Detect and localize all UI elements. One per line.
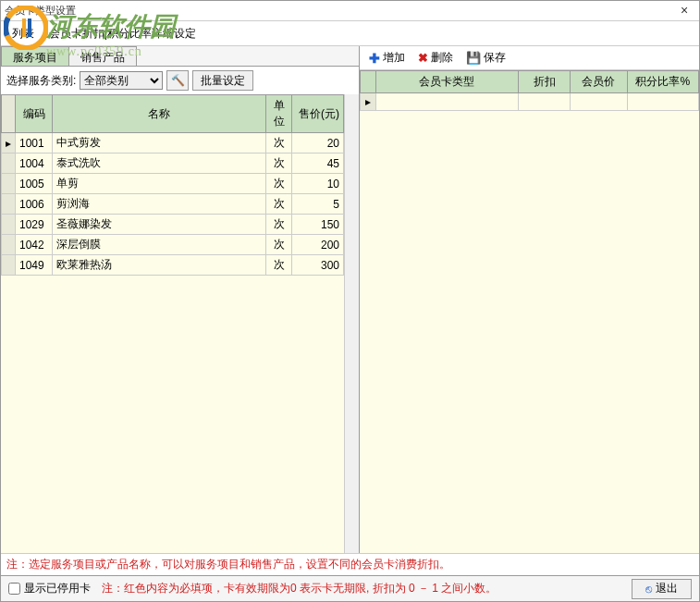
- show-disabled-checkbox-wrap[interactable]: 显示已停用卡: [8, 581, 91, 596]
- titlebar: 会员卡类型设置 ×: [1, 1, 699, 21]
- category-select[interactable]: 全部类别: [80, 71, 163, 90]
- right-panel: ✚ 增加 ✖ 删除 💾 保存: [360, 46, 699, 553]
- delete-button[interactable]: ✖ 删除: [418, 50, 453, 66]
- menubar: 列表 会员卡折扣|积分比率详细设定: [1, 21, 699, 45]
- add-button[interactable]: ✚ 增加: [369, 50, 405, 66]
- exit-button[interactable]: ⎋ 退出: [632, 579, 692, 599]
- plus-icon: ✚: [369, 51, 380, 66]
- header-code[interactable]: 编码: [16, 95, 53, 133]
- table-row[interactable]: 1005单剪次10: [2, 174, 344, 194]
- hammer-button[interactable]: 🔨: [166, 70, 189, 91]
- save-icon: 💾: [466, 51, 481, 65]
- header-unit[interactable]: 单位: [266, 95, 292, 133]
- card-table[interactable]: 会员卡类型 折扣 会员价 积分比率% ▸: [360, 70, 699, 553]
- menu-detail-setting[interactable]: 会员卡折扣|积分比率详细设定: [43, 24, 202, 43]
- header-member-price[interactable]: 会员价: [570, 71, 627, 93]
- table-row[interactable]: 1004泰式洗吹次45: [2, 154, 344, 174]
- close-button[interactable]: ×: [675, 3, 694, 18]
- header-name[interactable]: 名称: [53, 95, 266, 133]
- app-window: 会员卡类型设置 × 列表 会员卡折扣|积分比率详细设定 服务项目 销售产品 选择…: [0, 0, 700, 602]
- content-area: 服务项目 销售产品 选择服务类别: 全部类别 🔨 批量设定: [1, 45, 699, 553]
- empty-row[interactable]: ▸: [361, 93, 699, 111]
- table-row[interactable]: ▸1001中式剪发次20: [2, 133, 344, 154]
- header-price[interactable]: 售价(元): [292, 95, 344, 133]
- row-marker-header-r: [361, 71, 376, 93]
- tab-product[interactable]: 销售产品: [68, 46, 137, 66]
- show-disabled-checkbox[interactable]: [8, 583, 20, 595]
- table-row[interactable]: 1029圣薇娜染发次150: [2, 215, 344, 235]
- filter-row: 选择服务类别: 全部类别 🔨 批量设定: [1, 67, 359, 94]
- header-card-type[interactable]: 会员卡类型: [375, 71, 519, 93]
- save-button[interactable]: 💾 保存: [466, 50, 506, 66]
- footer-note-2: 注：红色内容为必填项，卡有效期限为0 表示卡无期限, 折扣为 0 － 1 之间小…: [102, 581, 620, 596]
- left-tabs: 服务项目 销售产品: [1, 46, 359, 67]
- left-panel: 服务项目 销售产品 选择服务类别: 全部类别 🔨 批量设定: [1, 46, 360, 553]
- header-point-rate[interactable]: 积分比率%: [627, 71, 698, 93]
- right-toolbar: ✚ 增加 ✖ 删除 💾 保存: [360, 46, 699, 70]
- filter-label: 选择服务类别:: [6, 73, 76, 89]
- exit-icon: ⎋: [645, 583, 652, 596]
- table-row[interactable]: 1042深层倒膜次200: [2, 235, 344, 255]
- header-discount[interactable]: 折扣: [519, 71, 570, 93]
- x-icon: ✖: [418, 51, 428, 65]
- footer-note-1: 注：选定服务项目或产品名称，可以对服务项目和销售产品，设置不同的会员卡消费折扣。: [1, 553, 699, 575]
- left-scrollbar[interactable]: [344, 94, 359, 553]
- row-marker-header: [2, 95, 16, 133]
- table-row[interactable]: 1006剪浏海次5: [2, 194, 344, 215]
- service-table[interactable]: 编码 名称 单位 售价(元) ▸1001中式剪发次201004泰式洗吹次4510…: [1, 94, 344, 553]
- batch-set-button[interactable]: 批量设定: [192, 70, 253, 91]
- table-row[interactable]: 1049欧莱雅热汤次300: [2, 255, 344, 276]
- tab-service[interactable]: 服务项目: [1, 46, 69, 66]
- footer-bar: 显示已停用卡 注：红色内容为必填项，卡有效期限为0 表示卡无期限, 折扣为 0 …: [1, 575, 699, 601]
- window-title: 会员卡类型设置: [5, 4, 76, 18]
- menu-list[interactable]: 列表: [6, 24, 40, 43]
